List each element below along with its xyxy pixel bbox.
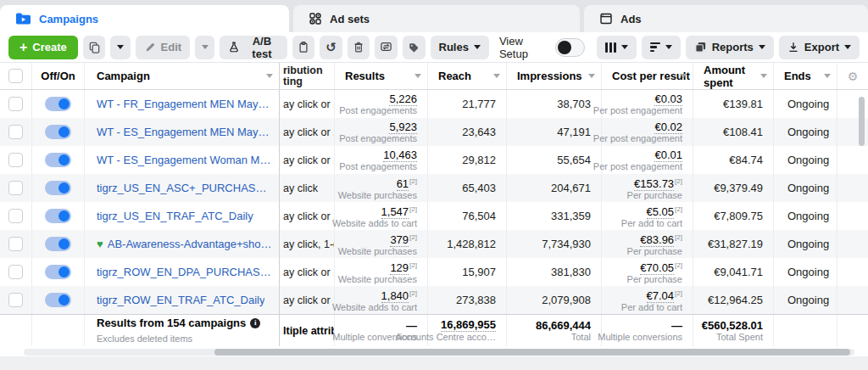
cost-per-result-value[interactable]: €0.03 [654, 92, 682, 106]
create-button[interactable]: + Create [8, 36, 78, 59]
results-value[interactable]: 129 [390, 261, 409, 275]
column-header-attribution[interactable]: ributionting [280, 63, 335, 89]
breakdown-button[interactable] [642, 36, 681, 59]
table-row[interactable]: WT - ES_Engagement MEN May24_WTRST ay cl… [0, 118, 868, 146]
column-header-amount-spent[interactable]: Amount spent [693, 63, 774, 89]
tab-ad-sets[interactable]: Ad sets [293, 5, 580, 32]
cost-per-result-value[interactable]: €83.96 [640, 233, 674, 247]
amount-spent-cell: €9,041.71 [693, 258, 774, 286]
export-button[interactable]: Export [779, 36, 860, 59]
sort-caret-icon [680, 74, 687, 78]
rules-button[interactable]: Rules [431, 36, 489, 59]
tab-ads[interactable]: Ads [584, 5, 868, 32]
campaign-header-label: Campaign [97, 70, 150, 82]
create-button-label: Create [32, 41, 66, 53]
info-icon[interactable]: i [250, 318, 260, 328]
cost-per-result-value[interactable]: €153.73 [634, 177, 674, 191]
impressions-cell: 38,703 [507, 90, 602, 118]
table-row[interactable]: tigrz_US_EN_TRAF_ATC_Daily ay click or 1… [0, 202, 868, 230]
cost-per-result-value[interactable]: €5.05 [647, 205, 675, 219]
row-checkbox[interactable] [8, 265, 23, 279]
reports-button[interactable]: Reports [686, 36, 774, 59]
cost-type-label: Per purchase [627, 246, 682, 257]
table-row[interactable]: tigrz_ROW_EN_DPA_PURCHASE_Daily ay click… [0, 258, 868, 286]
row-checkbox[interactable] [8, 153, 23, 167]
campaign-toggle[interactable] [45, 237, 71, 251]
cost-per-result-value[interactable]: €0.02 [654, 121, 682, 134]
cost-per-result-value[interactable]: €7.04 [647, 289, 675, 303]
view-setup-toggle[interactable] [555, 38, 585, 57]
row-checkbox[interactable] [8, 293, 23, 307]
results-value[interactable]: 1,547 [381, 205, 409, 219]
campaign-toggle[interactable] [45, 153, 71, 167]
column-header-off-on[interactable]: Off/On [32, 63, 85, 89]
cost-per-result-value[interactable]: €0.01 [654, 149, 682, 162]
ends-value: Ongoing [787, 154, 829, 166]
duplicate-button[interactable] [83, 36, 106, 59]
tab-campaigns[interactable]: Campaigns [0, 5, 289, 32]
row-checkbox-cell [0, 118, 32, 146]
impressions-value: 7,734,930 [542, 238, 591, 250]
paste-button[interactable] [292, 36, 315, 59]
horizontal-scrollbar[interactable] [24, 349, 854, 356]
campaign-name-link[interactable]: tigrz_US_EN_TRAF_ATC_Daily [97, 210, 253, 222]
duplicate-dropdown-button[interactable] [110, 36, 130, 59]
column-header-impressions[interactable]: Impressions [507, 63, 602, 89]
row-checkbox[interactable] [8, 97, 23, 111]
feedback-arrows-button[interactable] [375, 36, 398, 59]
results-value[interactable]: 1,840 [381, 289, 409, 303]
column-header-campaign[interactable]: Campaign [85, 63, 280, 89]
horizontal-scrollbar-thumb[interactable] [214, 349, 850, 356]
campaign-toggle[interactable] [45, 125, 71, 139]
results-value[interactable]: 10,463 [383, 149, 417, 162]
table-row[interactable]: WT - FR_Engagement MEN May24_WTRST ay cl… [0, 90, 868, 118]
campaign-name-link[interactable]: tigrz_US_EN_ASC+_PURCHASE_Daily [97, 182, 272, 194]
table-row[interactable]: tigrz_US_EN_ASC+_PURCHASE_Daily ay click… [0, 174, 868, 202]
results-value[interactable]: 61 [397, 177, 409, 191]
column-header-ends[interactable]: Ends [774, 63, 837, 89]
column-header-cost-per-result[interactable]: Cost per result [602, 63, 693, 89]
campaign-name-link[interactable]: WT - ES_Engagement MEN May24_WTRST [97, 126, 272, 138]
edit-dropdown-button[interactable] [195, 36, 214, 59]
amount-spent-cell: €12,964.25 [693, 286, 774, 314]
vertical-scrollbar-thumb[interactable] [859, 97, 865, 146]
campaign-name-link[interactable]: WT - ES_Engagement Woman May24_WTRST [97, 154, 272, 166]
results-value[interactable]: 5,923 [389, 121, 417, 134]
select-all-checkbox[interactable] [8, 69, 23, 83]
columns-button[interactable] [597, 36, 637, 59]
tag-button[interactable] [403, 36, 426, 59]
row-checkbox[interactable] [8, 237, 23, 251]
campaign-name-link[interactable]: AB-Awareness-Advantage+shoppingcampa… [108, 238, 272, 250]
campaign-toggle[interactable] [45, 293, 71, 307]
campaign-name-link[interactable]: tigrz_ROW_EN_DPA_PURCHASE_Daily [97, 266, 272, 278]
edit-button[interactable]: Edit [136, 36, 191, 59]
campaign-name-link[interactable]: WT - FR_Engagement MEN May24_WTRST [97, 98, 272, 110]
row-scrollbar-gutter [837, 286, 868, 314]
delete-button[interactable] [348, 36, 370, 59]
campaign-toggle[interactable] [45, 265, 71, 279]
table-row[interactable]: tigrz_ROW_EN_TRAF_ATC_Daily ay click or … [0, 286, 868, 314]
campaign-name-cell: ♥ AB-Awareness-Advantage+shoppingcampa… [85, 230, 280, 258]
column-header-reach[interactable]: Reach [428, 63, 507, 89]
campaign-toggle[interactable] [45, 181, 71, 195]
undo-button[interactable]: ↺ [320, 36, 342, 59]
campaign-toggle[interactable] [45, 209, 71, 223]
row-checkbox[interactable] [8, 209, 23, 223]
row-checkbox-cell [0, 90, 32, 118]
row-checkbox[interactable] [8, 181, 23, 195]
table-row[interactable]: WT - ES_Engagement Woman May24_WTRST ay … [0, 146, 868, 174]
table-row[interactable]: ♥ AB-Awareness-Advantage+shoppingcampa… … [0, 230, 868, 258]
row-checkbox[interactable] [8, 125, 23, 139]
amount-spent-cell: €139.81 [693, 90, 774, 118]
cost-type-label: Per purchase [627, 190, 682, 201]
results-value[interactable]: 379 [390, 233, 409, 247]
campaign-name-link[interactable]: tigrz_ROW_EN_TRAF_ATC_Daily [97, 294, 264, 306]
results-value[interactable]: 5,226 [389, 92, 417, 106]
gear-icon[interactable]: ⚙ [848, 70, 859, 83]
ab-test-button[interactable]: A/B test [220, 36, 287, 59]
toggle-knob [558, 41, 571, 54]
cost-per-result-value[interactable]: €70.05 [640, 261, 674, 275]
column-header-results[interactable]: Results [335, 63, 428, 89]
campaign-toggle[interactable] [45, 97, 71, 111]
ads-window-icon [599, 12, 613, 25]
